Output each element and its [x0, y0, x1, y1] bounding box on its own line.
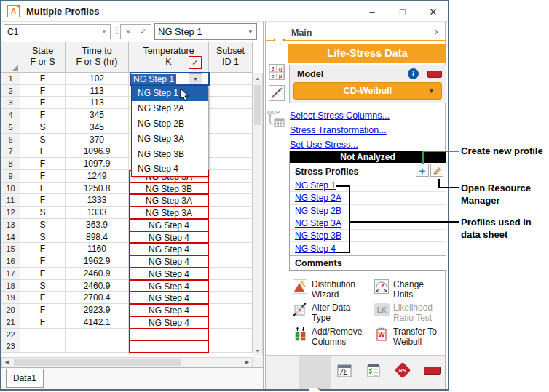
- cell-temperature-profile[interactable]: NG Step 3A: [129, 194, 209, 207]
- row-number[interactable]: 6: [1, 134, 20, 146]
- data-sheet-view-icon[interactable]: A: [309, 388, 320, 392]
- minimize-button[interactable]: –: [363, 4, 382, 19]
- row-number[interactable]: 23: [1, 340, 20, 353]
- row-number[interactable]: 12: [1, 207, 20, 219]
- row-number[interactable]: 17: [1, 268, 20, 280]
- dropdown-item[interactable]: NG Step 1: [132, 86, 208, 101]
- row-number[interactable]: 5: [1, 121, 20, 134]
- cell-state[interactable]: F: [20, 292, 66, 304]
- cell-temperature-profile[interactable]: NG Step 4: [129, 316, 209, 329]
- active-cell-editor[interactable]: NG Step 1 ▼: [130, 72, 210, 86]
- cell-subset-id[interactable]: [209, 304, 253, 316]
- cell-time[interactable]: 1250.8: [66, 183, 129, 195]
- parameters-beta-eta-sigma-mu-icon[interactable]: βησμ: [269, 64, 285, 80]
- cell-subset-id[interactable]: [209, 121, 253, 134]
- row-number[interactable]: 10: [1, 183, 20, 195]
- cell-time[interactable]: 1962.9: [66, 255, 129, 268]
- select-all-corner[interactable]: [1, 42, 20, 73]
- profile-link[interactable]: NG Step 2A: [295, 193, 341, 203]
- profile-link[interactable]: NG Step 4: [295, 244, 336, 254]
- dropdown-item[interactable]: NG Step 4: [132, 161, 208, 177]
- cell-temperature-profile[interactable]: NG Step 3A: [129, 207, 209, 219]
- cell-temperature-profile[interactable]: NG Step 4: [129, 292, 209, 304]
- cell-subset-id[interactable]: [209, 109, 253, 121]
- cancel-edit-icon[interactable]: ✕: [125, 28, 131, 36]
- cell-subset-id[interactable]: [209, 183, 253, 195]
- row-number[interactable]: 21: [1, 316, 20, 329]
- cell-temperature-profile[interactable]: NG Step 4: [129, 219, 209, 231]
- alter-data-type-label[interactable]: Alter Data Type: [312, 303, 366, 323]
- cell-time[interactable]: 1249: [66, 170, 129, 183]
- close-button[interactable]: ✕: [424, 4, 443, 19]
- cell-time[interactable]: [66, 340, 129, 353]
- alter-data-type-icon[interactable]: [293, 303, 307, 317]
- cell-time[interactable]: 1160: [66, 243, 129, 255]
- info-icon[interactable]: i: [408, 68, 419, 79]
- column-header-state[interactable]: State F or S: [20, 42, 66, 73]
- cell-state[interactable]: S: [20, 280, 66, 292]
- row-number[interactable]: 8: [1, 158, 20, 170]
- cell-subset-id[interactable]: [209, 255, 253, 268]
- cell-time[interactable]: 2460.9: [66, 268, 129, 280]
- maximize-button[interactable]: □: [393, 4, 412, 19]
- cell-subset-id[interactable]: [209, 85, 253, 97]
- cell-state[interactable]: [20, 340, 66, 353]
- cell-subset-id[interactable]: [209, 268, 253, 280]
- scroll-down-icon[interactable]: ▼: [253, 345, 263, 356]
- cell-state[interactable]: S: [20, 231, 66, 244]
- row-number[interactable]: 15: [1, 243, 20, 255]
- row-number[interactable]: 4: [1, 109, 20, 121]
- row-number[interactable]: 18: [1, 280, 20, 292]
- cell-temperature-profile[interactable]: [129, 340, 209, 353]
- model-select-button[interactable]: CD-Weibull ▼: [293, 82, 442, 100]
- horizontal-scroll-thumb[interactable]: [14, 359, 181, 366]
- distribution-wizard-icon[interactable]: [293, 279, 307, 294]
- stress-transformation-link[interactable]: Stress Transformation...: [290, 125, 387, 135]
- cell-temperature-profile[interactable]: [129, 329, 209, 341]
- transfer-to-weibull-label[interactable]: Transfer To Weibull: [393, 327, 447, 347]
- sheet-tab-data1[interactable]: Data1: [6, 369, 44, 388]
- cell-state[interactable]: S: [20, 207, 66, 219]
- dropdown-item[interactable]: NG Step 3B: [132, 146, 208, 161]
- cell-state[interactable]: F: [20, 183, 66, 195]
- cell-temperature-profile[interactable]: NG Step 4: [129, 304, 209, 316]
- qcp-calculator-icon[interactable]: QCP: [267, 109, 287, 131]
- scroll-up-icon[interactable]: ▲: [253, 73, 263, 84]
- cell-time[interactable]: 4142.1: [66, 316, 129, 329]
- cell-state[interactable]: F: [20, 73, 66, 85]
- row-number[interactable]: 16: [1, 255, 20, 268]
- cell-time[interactable]: 345: [66, 109, 129, 121]
- cell-temperature-profile[interactable]: NG Step 4: [129, 231, 209, 244]
- select-stress-columns-link[interactable]: Select Stress Columns...: [290, 111, 390, 121]
- cell-time[interactable]: 113: [66, 97, 129, 109]
- cell-time[interactable]: 363.9: [66, 219, 129, 231]
- cell-temperature-profile[interactable]: NG Step 4: [129, 280, 209, 292]
- cell-subset-id[interactable]: [209, 170, 253, 183]
- row-number[interactable]: 3: [1, 97, 20, 109]
- cell-subset-id[interactable]: [209, 280, 253, 292]
- cell-state[interactable]: F: [20, 255, 66, 268]
- distribution-wizard-label[interactable]: Distribution Wizard: [312, 279, 371, 300]
- set-use-stress-link[interactable]: Set Use Stress...: [290, 140, 358, 150]
- row-number[interactable]: 14: [1, 231, 20, 244]
- cell-state[interactable]: F: [20, 243, 66, 255]
- row-number[interactable]: 7: [1, 145, 20, 158]
- cell-subset-id[interactable]: [209, 207, 253, 219]
- cell-time[interactable]: 2460.9: [66, 280, 129, 292]
- cell-time[interactable]: 2923.9: [66, 304, 129, 316]
- cell-reference-box[interactable]: C1 ▼: [4, 24, 111, 39]
- status-flag-icon[interactable]: [427, 71, 442, 78]
- cell-time[interactable]: 898.4: [66, 231, 129, 244]
- cell-state[interactable]: F: [20, 109, 66, 121]
- cell-subset-id[interactable]: [209, 316, 253, 329]
- cell-state[interactable]: [20, 329, 66, 341]
- cell-subset-id[interactable]: [209, 97, 253, 109]
- resource-manager-pencil-button[interactable]: [430, 164, 443, 177]
- cell-time[interactable]: 113: [66, 85, 129, 97]
- cell-state[interactable]: F: [20, 170, 66, 183]
- profile-link[interactable]: NG Step 1: [295, 180, 336, 191]
- column-header-time[interactable]: Time to F or S (hr): [66, 42, 129, 73]
- cell-subset-id[interactable]: [209, 292, 253, 304]
- scroll-left-icon[interactable]: ◀: [1, 357, 12, 367]
- cell-subset-id[interactable]: [209, 194, 253, 207]
